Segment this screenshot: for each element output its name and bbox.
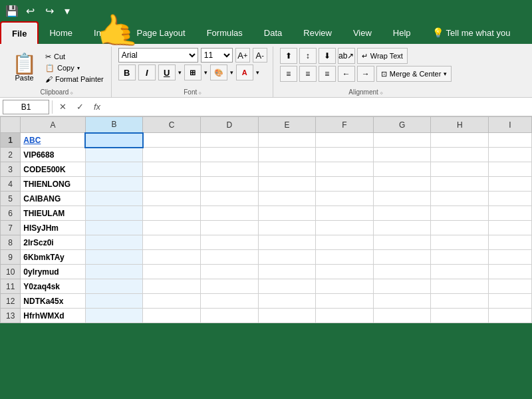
row-num-3[interactable]: 3 (1, 162, 21, 177)
cell-C1[interactable] (143, 133, 201, 148)
cell-G13[interactable] (373, 309, 431, 323)
cell-B5[interactable] (85, 192, 143, 206)
cell-I7[interactable] (489, 221, 532, 235)
col-header-i[interactable]: I (489, 117, 532, 133)
cell-I5[interactable] (489, 192, 532, 206)
col-header-a[interactable]: A (21, 117, 85, 133)
col-header-d[interactable]: D (200, 117, 258, 133)
clipboard-expand[interactable]: ⬦ (70, 89, 73, 96)
row-num-10[interactable]: 10 (1, 265, 21, 279)
cell-G12[interactable] (373, 294, 431, 309)
cell-D7[interactable] (200, 221, 258, 235)
border-dropdown[interactable]: ▾ (204, 69, 207, 76)
cell-A12[interactable]: NDTKa45x (21, 294, 85, 309)
cell-A11[interactable]: Y0zaq4sk (21, 279, 85, 294)
cell-B2[interactable] (85, 148, 143, 162)
cell-H9[interactable] (431, 250, 489, 265)
cell-I6[interactable] (489, 206, 532, 221)
col-header-g[interactable]: G (373, 117, 431, 133)
cell-G4[interactable] (373, 177, 431, 192)
cell-I3[interactable] (489, 162, 532, 177)
cell-B7[interactable] (85, 221, 143, 235)
cell-D6[interactable] (200, 206, 258, 221)
save-icon[interactable]: 💾 (5, 5, 19, 17)
align-center-button[interactable]: ≡ (299, 66, 317, 82)
alignment-expand[interactable]: ⬦ (380, 89, 383, 96)
cell-reference-input[interactable]: B1 (3, 100, 49, 114)
cell-F7[interactable] (316, 221, 374, 235)
cell-C11[interactable] (143, 279, 201, 294)
cell-D5[interactable] (200, 192, 258, 206)
cell-I10[interactable] (489, 265, 532, 279)
tab-formulas[interactable]: Formulas (196, 21, 253, 44)
cell-B9[interactable] (85, 250, 143, 265)
cell-F3[interactable] (316, 162, 374, 177)
cell-H12[interactable] (431, 294, 489, 309)
cell-E12[interactable] (258, 294, 316, 309)
cut-button[interactable]: ✂ Cut (43, 52, 106, 62)
cell-A10[interactable]: 0ylrymud (21, 265, 85, 279)
insert-function-button[interactable]: fx (90, 100, 104, 114)
cell-H3[interactable] (431, 162, 489, 177)
tab-file[interactable]: File (0, 21, 39, 44)
cell-C6[interactable] (143, 206, 201, 221)
cell-F10[interactable] (316, 265, 374, 279)
cell-A1[interactable]: ABC (21, 133, 85, 148)
cell-F11[interactable] (316, 279, 374, 294)
cell-A5[interactable]: CAIBANG (21, 192, 85, 206)
wrap-text-button[interactable]: ↵ Wrap Text (357, 48, 408, 64)
cell-G7[interactable] (373, 221, 431, 235)
cell-D9[interactable] (200, 250, 258, 265)
font-name-select[interactable]: Arial (118, 48, 198, 63)
cell-B3[interactable] (85, 162, 143, 177)
font-size-increase-button[interactable]: A+ (235, 48, 250, 63)
align-bottom-button[interactable]: ⬇ (319, 48, 336, 64)
cell-H5[interactable] (431, 192, 489, 206)
tab-search[interactable]: 💡 Tell me what you (422, 21, 521, 44)
row-num-12[interactable]: 12 (1, 294, 21, 309)
cell-E11[interactable] (258, 279, 316, 294)
italic-button[interactable]: I (138, 65, 156, 80)
cell-H1[interactable] (431, 133, 489, 148)
cell-D13[interactable] (200, 309, 258, 323)
border-button[interactable]: ⊞ (184, 65, 201, 80)
cell-D2[interactable] (200, 148, 258, 162)
cell-F9[interactable] (316, 250, 374, 265)
col-header-h[interactable]: H (431, 117, 489, 133)
cell-E10[interactable] (258, 265, 316, 279)
cell-E3[interactable] (258, 162, 316, 177)
fill-color-dropdown[interactable]: ▾ (230, 69, 233, 76)
align-left-button[interactable]: ≡ (280, 66, 297, 82)
cell-F6[interactable] (316, 206, 374, 221)
cell-C13[interactable] (143, 309, 201, 323)
cell-B4[interactable] (85, 177, 143, 192)
cell-C2[interactable] (143, 148, 201, 162)
increase-indent-button[interactable]: → (357, 66, 374, 82)
cell-B11[interactable] (85, 279, 143, 294)
align-middle-button[interactable]: ↕ (299, 48, 317, 64)
cell-I4[interactable] (489, 177, 532, 192)
row-num-2[interactable]: 2 (1, 148, 21, 162)
cell-G6[interactable] (373, 206, 431, 221)
align-top-button[interactable]: ⬆ (280, 48, 297, 64)
tab-review[interactable]: Review (293, 21, 342, 44)
cell-D8[interactable] (200, 235, 258, 250)
row-num-6[interactable]: 6 (1, 206, 21, 221)
cell-D10[interactable] (200, 265, 258, 279)
col-header-f[interactable]: F (316, 117, 374, 133)
cell-B8[interactable] (85, 235, 143, 250)
cell-H11[interactable] (431, 279, 489, 294)
cell-B13[interactable] (85, 309, 143, 323)
cell-G2[interactable] (373, 148, 431, 162)
cell-C12[interactable] (143, 294, 201, 309)
cell-G1[interactable] (373, 133, 431, 148)
fill-color-button[interactable]: 🎨 (210, 65, 227, 80)
cell-F2[interactable] (316, 148, 374, 162)
cell-I13[interactable] (489, 309, 532, 323)
cell-A3[interactable]: CODE500K (21, 162, 85, 177)
cell-A7[interactable]: HISyJHm (21, 221, 85, 235)
tab-help[interactable]: Help (382, 21, 422, 44)
cell-I8[interactable] (489, 235, 532, 250)
copy-button[interactable]: 📋 Copy ▾ (43, 63, 106, 73)
font-expand[interactable]: ⬦ (198, 89, 201, 96)
